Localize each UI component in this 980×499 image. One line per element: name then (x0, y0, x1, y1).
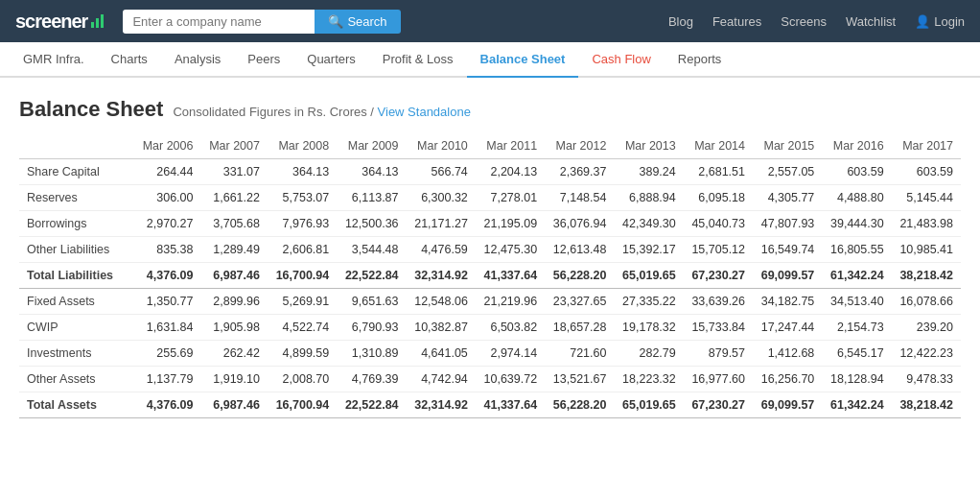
cell-value: 2,606.81 (268, 237, 337, 263)
tab-cash-flow[interactable]: Cash Flow (578, 42, 664, 78)
tab-profit-loss[interactable]: Profit & Loss (369, 42, 467, 78)
nav-links: Blog Features Screens Watchlist 👤 Login (668, 14, 965, 29)
row-label: Fixed Assets (19, 289, 134, 315)
cell-value: 15,733.84 (684, 315, 753, 341)
search-input[interactable] (123, 10, 315, 34)
col-header-date-Mar-2008: Mar 2008 (268, 133, 337, 159)
cell-value: 1,919.10 (200, 367, 267, 392)
cell-value: 18,657.28 (545, 315, 614, 341)
cell-value: 6,113.87 (337, 185, 406, 211)
table-row: Total Liabilities4,376.096,987.4616,700.… (19, 263, 961, 289)
cell-value: 4,376.09 (134, 263, 200, 289)
col-header-date-Mar-2013: Mar 2013 (614, 133, 683, 159)
cell-value: 21,219.96 (476, 289, 545, 315)
cell-value: 835.38 (134, 237, 200, 263)
cell-value: 879.57 (684, 341, 753, 367)
nav-blog[interactable]: Blog (668, 14, 693, 29)
cell-value: 306.00 (134, 185, 200, 211)
cell-value: 61,342.24 (822, 392, 891, 418)
main-content: Balance Sheet Consolidated Figures in Rs… (0, 78, 980, 428)
tab-analysis[interactable]: Analysis (161, 42, 234, 78)
cell-value: 6,888.94 (614, 185, 683, 211)
cell-value: 17,247.44 (753, 315, 822, 341)
tab-reports[interactable]: Reports (665, 42, 735, 78)
cell-value: 36,076.94 (545, 211, 614, 237)
cell-value: 21,483.98 (892, 211, 961, 237)
row-label: Borrowings (19, 211, 134, 237)
cell-value: 2,154.73 (822, 315, 891, 341)
cell-value: 15,705.12 (684, 237, 753, 263)
row-label: Investments (19, 341, 134, 367)
cell-value: 16,700.94 (268, 263, 337, 289)
cell-value: 5,753.07 (268, 185, 337, 211)
cell-value: 3,705.68 (200, 211, 267, 237)
col-header-date-Mar-2007: Mar 2007 (200, 133, 267, 159)
balance-sheet-title: Balance Sheet (19, 97, 163, 122)
row-label: Share Capital (19, 159, 134, 185)
cell-value: 262.42 (200, 341, 267, 367)
nav-features[interactable]: Features (712, 14, 761, 29)
cell-value: 69,099.57 (753, 263, 822, 289)
cell-value: 1,310.89 (337, 341, 406, 367)
cell-value: 16,700.94 (268, 392, 337, 418)
user-icon: 👤 (915, 14, 930, 29)
cell-value: 1,661.22 (200, 185, 267, 211)
cell-value: 239.20 (892, 315, 961, 341)
cell-value: 65,019.65 (614, 263, 683, 289)
tab-quarters[interactable]: Quarters (293, 42, 369, 78)
cell-value: 32,314.92 (407, 263, 476, 289)
balance-sheet-table: Mar 2006Mar 2007Mar 2008Mar 2009Mar 2010… (19, 133, 961, 418)
cell-value: 33,639.26 (684, 289, 753, 315)
cell-value: 12,613.48 (545, 237, 614, 263)
login-label: Login (934, 14, 965, 29)
cell-value: 1,631.84 (134, 315, 200, 341)
search-button[interactable]: 🔍 Search (315, 10, 400, 34)
table-row: Investments255.69262.424,899.591,310.894… (19, 341, 961, 367)
cell-value: 65,019.65 (614, 392, 683, 418)
cell-value: 38,218.42 (892, 392, 961, 418)
cell-value: 10,985.41 (892, 237, 961, 263)
cell-value: 6,790.93 (337, 315, 406, 341)
cell-value: 4,476.59 (407, 237, 476, 263)
cell-value: 22,522.84 (337, 263, 406, 289)
cell-value: 69,099.57 (753, 392, 822, 418)
cell-value: 61,342.24 (822, 263, 891, 289)
cell-value: 23,327.65 (545, 289, 614, 315)
search-icon: 🔍 (328, 14, 343, 29)
cell-value: 4,522.74 (268, 315, 337, 341)
view-standalone-link[interactable]: View Standalone (378, 105, 471, 119)
cell-value: 2,369.37 (545, 159, 614, 185)
col-header-date-Mar-2012: Mar 2012 (545, 133, 614, 159)
logo: screener (15, 11, 104, 33)
logo-icon (91, 14, 104, 28)
cell-value: 32,314.92 (407, 392, 476, 418)
tab-gmr-infra[interactable]: GMR Infra. (10, 42, 98, 78)
col-header-date-Mar-2015: Mar 2015 (753, 133, 822, 159)
cell-value: 2,974.14 (476, 341, 545, 367)
cell-value: 4,488.80 (822, 185, 891, 211)
logo-text: screener (15, 11, 87, 33)
nav-screens[interactable]: Screens (781, 14, 827, 29)
login-link[interactable]: 👤 Login (915, 14, 965, 29)
cell-value: 389.24 (614, 159, 683, 185)
table-row: Other Assets1,137.791,919.102,008.704,76… (19, 367, 961, 392)
nav-watchlist[interactable]: Watchlist (846, 14, 896, 29)
cell-value: 10,639.72 (476, 367, 545, 392)
cell-value: 364.13 (337, 159, 406, 185)
cell-value: 4,769.39 (337, 367, 406, 392)
cell-value: 16,256.70 (753, 367, 822, 392)
cell-value: 6,987.46 (200, 263, 267, 289)
cell-value: 331.07 (200, 159, 267, 185)
cell-value: 21,171.27 (407, 211, 476, 237)
tab-balance-sheet[interactable]: Balance Sheet (467, 42, 579, 78)
cell-value: 3,544.48 (337, 237, 406, 263)
cell-value: 12,500.36 (337, 211, 406, 237)
cell-value: 2,204.13 (476, 159, 545, 185)
tab-charts[interactable]: Charts (98, 42, 161, 78)
cell-value: 4,742.94 (407, 367, 476, 392)
cell-value: 16,977.60 (684, 367, 753, 392)
cell-value: 7,278.01 (476, 185, 545, 211)
search-form: 🔍 Search (123, 10, 400, 34)
cell-value: 19,178.32 (614, 315, 683, 341)
tab-peers[interactable]: Peers (234, 42, 293, 78)
